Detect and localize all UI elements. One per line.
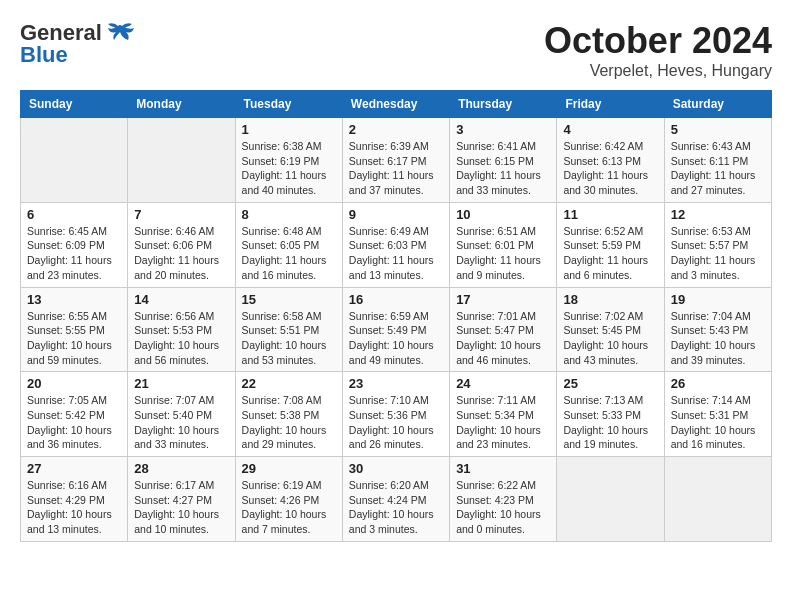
day-number: 16	[349, 292, 443, 307]
day-info: Sunrise: 6:52 AM Sunset: 5:59 PM Dayligh…	[563, 224, 657, 283]
day-info: Sunrise: 7:11 AM Sunset: 5:34 PM Dayligh…	[456, 393, 550, 452]
calendar-cell: 24Sunrise: 7:11 AM Sunset: 5:34 PM Dayli…	[450, 372, 557, 457]
logo-blue: Blue	[20, 42, 68, 68]
day-number: 15	[242, 292, 336, 307]
calendar-cell: 1Sunrise: 6:38 AM Sunset: 6:19 PM Daylig…	[235, 118, 342, 203]
day-info: Sunrise: 7:04 AM Sunset: 5:43 PM Dayligh…	[671, 309, 765, 368]
calendar-cell: 12Sunrise: 6:53 AM Sunset: 5:57 PM Dayli…	[664, 202, 771, 287]
calendar-cell: 27Sunrise: 6:16 AM Sunset: 4:29 PM Dayli…	[21, 457, 128, 542]
day-number: 13	[27, 292, 121, 307]
calendar-cell: 20Sunrise: 7:05 AM Sunset: 5:42 PM Dayli…	[21, 372, 128, 457]
day-number: 3	[456, 122, 550, 137]
calendar-cell: 7Sunrise: 6:46 AM Sunset: 6:06 PM Daylig…	[128, 202, 235, 287]
col-monday: Monday	[128, 91, 235, 118]
week-row-4: 20Sunrise: 7:05 AM Sunset: 5:42 PM Dayli…	[21, 372, 772, 457]
day-number: 18	[563, 292, 657, 307]
day-number: 4	[563, 122, 657, 137]
logo: General Blue	[20, 20, 136, 68]
day-info: Sunrise: 6:49 AM Sunset: 6:03 PM Dayligh…	[349, 224, 443, 283]
col-sunday: Sunday	[21, 91, 128, 118]
day-info: Sunrise: 6:39 AM Sunset: 6:17 PM Dayligh…	[349, 139, 443, 198]
calendar-cell: 30Sunrise: 6:20 AM Sunset: 4:24 PM Dayli…	[342, 457, 449, 542]
calendar-cell: 6Sunrise: 6:45 AM Sunset: 6:09 PM Daylig…	[21, 202, 128, 287]
day-number: 20	[27, 376, 121, 391]
day-info: Sunrise: 6:42 AM Sunset: 6:13 PM Dayligh…	[563, 139, 657, 198]
month-title: October 2024	[544, 20, 772, 62]
col-thursday: Thursday	[450, 91, 557, 118]
calendar-cell	[128, 118, 235, 203]
calendar-cell: 23Sunrise: 7:10 AM Sunset: 5:36 PM Dayli…	[342, 372, 449, 457]
day-info: Sunrise: 6:51 AM Sunset: 6:01 PM Dayligh…	[456, 224, 550, 283]
col-tuesday: Tuesday	[235, 91, 342, 118]
day-number: 14	[134, 292, 228, 307]
title-section: October 2024 Verpelet, Heves, Hungary	[544, 20, 772, 80]
calendar-cell: 28Sunrise: 6:17 AM Sunset: 4:27 PM Dayli…	[128, 457, 235, 542]
day-info: Sunrise: 6:45 AM Sunset: 6:09 PM Dayligh…	[27, 224, 121, 283]
day-number: 5	[671, 122, 765, 137]
calendar-cell: 18Sunrise: 7:02 AM Sunset: 5:45 PM Dayli…	[557, 287, 664, 372]
week-row-5: 27Sunrise: 6:16 AM Sunset: 4:29 PM Dayli…	[21, 457, 772, 542]
calendar-table: Sunday Monday Tuesday Wednesday Thursday…	[20, 90, 772, 542]
day-number: 12	[671, 207, 765, 222]
week-row-2: 6Sunrise: 6:45 AM Sunset: 6:09 PM Daylig…	[21, 202, 772, 287]
day-number: 6	[27, 207, 121, 222]
day-number: 11	[563, 207, 657, 222]
day-info: Sunrise: 6:59 AM Sunset: 5:49 PM Dayligh…	[349, 309, 443, 368]
day-info: Sunrise: 6:41 AM Sunset: 6:15 PM Dayligh…	[456, 139, 550, 198]
calendar-cell: 3Sunrise: 6:41 AM Sunset: 6:15 PM Daylig…	[450, 118, 557, 203]
day-info: Sunrise: 7:01 AM Sunset: 5:47 PM Dayligh…	[456, 309, 550, 368]
day-info: Sunrise: 6:58 AM Sunset: 5:51 PM Dayligh…	[242, 309, 336, 368]
day-number: 26	[671, 376, 765, 391]
day-info: Sunrise: 6:56 AM Sunset: 5:53 PM Dayligh…	[134, 309, 228, 368]
calendar-cell: 19Sunrise: 7:04 AM Sunset: 5:43 PM Dayli…	[664, 287, 771, 372]
col-friday: Friday	[557, 91, 664, 118]
calendar-cell: 21Sunrise: 7:07 AM Sunset: 5:40 PM Dayli…	[128, 372, 235, 457]
day-number: 24	[456, 376, 550, 391]
day-info: Sunrise: 7:10 AM Sunset: 5:36 PM Dayligh…	[349, 393, 443, 452]
calendar-cell: 29Sunrise: 6:19 AM Sunset: 4:26 PM Dayli…	[235, 457, 342, 542]
col-saturday: Saturday	[664, 91, 771, 118]
day-number: 25	[563, 376, 657, 391]
day-number: 19	[671, 292, 765, 307]
day-info: Sunrise: 7:05 AM Sunset: 5:42 PM Dayligh…	[27, 393, 121, 452]
col-wednesday: Wednesday	[342, 91, 449, 118]
day-info: Sunrise: 6:48 AM Sunset: 6:05 PM Dayligh…	[242, 224, 336, 283]
calendar-cell: 8Sunrise: 6:48 AM Sunset: 6:05 PM Daylig…	[235, 202, 342, 287]
calendar-cell: 14Sunrise: 6:56 AM Sunset: 5:53 PM Dayli…	[128, 287, 235, 372]
day-info: Sunrise: 6:43 AM Sunset: 6:11 PM Dayligh…	[671, 139, 765, 198]
day-info: Sunrise: 7:02 AM Sunset: 5:45 PM Dayligh…	[563, 309, 657, 368]
calendar-cell: 15Sunrise: 6:58 AM Sunset: 5:51 PM Dayli…	[235, 287, 342, 372]
day-number: 10	[456, 207, 550, 222]
day-info: Sunrise: 6:53 AM Sunset: 5:57 PM Dayligh…	[671, 224, 765, 283]
day-number: 30	[349, 461, 443, 476]
day-number: 31	[456, 461, 550, 476]
day-number: 1	[242, 122, 336, 137]
calendar-cell: 17Sunrise: 7:01 AM Sunset: 5:47 PM Dayli…	[450, 287, 557, 372]
day-number: 22	[242, 376, 336, 391]
day-number: 29	[242, 461, 336, 476]
calendar-cell: 13Sunrise: 6:55 AM Sunset: 5:55 PM Dayli…	[21, 287, 128, 372]
calendar-cell: 22Sunrise: 7:08 AM Sunset: 5:38 PM Dayli…	[235, 372, 342, 457]
day-number: 27	[27, 461, 121, 476]
calendar-cell	[664, 457, 771, 542]
day-number: 8	[242, 207, 336, 222]
calendar-cell	[21, 118, 128, 203]
calendar-cell: 10Sunrise: 6:51 AM Sunset: 6:01 PM Dayli…	[450, 202, 557, 287]
day-info: Sunrise: 6:19 AM Sunset: 4:26 PM Dayligh…	[242, 478, 336, 537]
day-number: 2	[349, 122, 443, 137]
location: Verpelet, Heves, Hungary	[544, 62, 772, 80]
week-row-3: 13Sunrise: 6:55 AM Sunset: 5:55 PM Dayli…	[21, 287, 772, 372]
day-number: 21	[134, 376, 228, 391]
calendar-cell: 11Sunrise: 6:52 AM Sunset: 5:59 PM Dayli…	[557, 202, 664, 287]
day-info: Sunrise: 7:07 AM Sunset: 5:40 PM Dayligh…	[134, 393, 228, 452]
day-number: 28	[134, 461, 228, 476]
calendar-cell: 5Sunrise: 6:43 AM Sunset: 6:11 PM Daylig…	[664, 118, 771, 203]
calendar-cell: 4Sunrise: 6:42 AM Sunset: 6:13 PM Daylig…	[557, 118, 664, 203]
day-info: Sunrise: 6:20 AM Sunset: 4:24 PM Dayligh…	[349, 478, 443, 537]
day-number: 9	[349, 207, 443, 222]
calendar-cell: 16Sunrise: 6:59 AM Sunset: 5:49 PM Dayli…	[342, 287, 449, 372]
page-header: General Blue October 2024 Verpelet, Heve…	[20, 20, 772, 80]
calendar-cell	[557, 457, 664, 542]
day-info: Sunrise: 6:38 AM Sunset: 6:19 PM Dayligh…	[242, 139, 336, 198]
day-info: Sunrise: 6:46 AM Sunset: 6:06 PM Dayligh…	[134, 224, 228, 283]
